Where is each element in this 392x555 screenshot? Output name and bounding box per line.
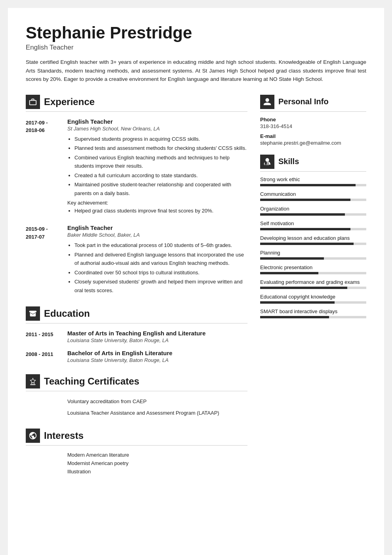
personal-info-header: Personal Info: [260, 95, 366, 109]
experience-title: Experience: [44, 96, 95, 107]
exp-bullet: Coordinated over 50 school trips to cult…: [74, 268, 247, 277]
exp-content-1: English Teacher St James High School, Ne…: [67, 118, 247, 216]
edu-degree-2: Bachelor of Arts in English Literature: [67, 350, 172, 356]
skill-bar-bg-2: [260, 213, 366, 216]
edu-school-2: Louisiana State University, Baton Rouge,…: [67, 357, 172, 363]
personal-info-section: Personal Info Phone 318-316-4514 E-mail …: [260, 95, 366, 146]
email-value: stephanie.prestri.ge@emailme.com: [260, 140, 366, 146]
skill-item-1: Communication: [260, 191, 366, 201]
exp-jobtitle-1: English Teacher: [67, 118, 247, 125]
personal-info-icon: [260, 95, 274, 109]
skills-title: Skills: [278, 157, 299, 166]
skill-bar-fill-5: [260, 257, 324, 260]
summary-text: State certified English teacher with 3+ …: [26, 58, 366, 84]
exp-bullet: Planned tests and assessment methods for…: [74, 144, 247, 152]
education-icon: [26, 306, 40, 321]
cert-spacer-1: [26, 398, 59, 406]
personal-info-divider: [260, 111, 366, 112]
skill-item-2: Organization: [260, 206, 366, 216]
exp-date-1: 2017-09 - 2018-06: [26, 118, 59, 216]
skill-bar-bg-0: [260, 184, 366, 186]
skill-bar-fill-9: [260, 316, 329, 318]
edu-entry-2: 2008 - 2011 Bachelor of Arts in English …: [26, 350, 247, 363]
exp-bullets-1: Supervised students progress in acquirin…: [67, 135, 247, 197]
skill-item-9: SMART board interactive displays: [260, 308, 366, 318]
skills-divider: [260, 171, 366, 172]
cert-text-1: Voluntary accreditation from CAEP: [67, 398, 147, 406]
exp-entry-1: 2017-09 - 2018-06 English Teacher St Jam…: [26, 118, 247, 216]
interest-spacer-2: [26, 460, 59, 466]
key-achievement-label-1: Key achievement:: [67, 200, 247, 206]
skills-section: Skills Strong work ethic Communication: [260, 155, 366, 318]
exp-company-1: St James High School, New Orleans, LA: [67, 126, 247, 132]
skill-item-6: Electronic presentation: [260, 264, 366, 274]
edu-entry-1: 2011 - 2015 Master of Arts in Teaching E…: [26, 330, 247, 343]
interests-icon: [26, 429, 40, 443]
candidate-name: Stephanie Prestridge: [26, 24, 366, 42]
skill-name-6: Electronic presentation: [260, 264, 366, 270]
interest-entry-1: Modern American literature: [26, 452, 247, 458]
edu-school-1: Louisiana State University, Baton Rouge,…: [67, 337, 206, 343]
education-section: Education 2011 - 2015 Master of Arts in …: [26, 306, 247, 363]
experience-section: Experience 2017-09 - 2018-06 English Tea…: [26, 95, 247, 295]
exp-bullet: Closely supervised students' growth and …: [74, 278, 247, 295]
candidate-title: English Teacher: [26, 44, 366, 52]
cert-spacer-2: [26, 409, 59, 417]
phone-value: 318-316-4514: [260, 123, 366, 129]
certificates-header: Teaching Certificates: [26, 374, 247, 388]
skill-item-5: Planning: [260, 250, 366, 260]
interests-section: Interests Modern American literature Mod…: [26, 429, 247, 475]
skill-bar-bg-9: [260, 316, 366, 318]
cert-entry-2: Louisiana Teacher Assistance and Assessm…: [26, 409, 247, 417]
skill-bar-fill-2: [260, 213, 345, 216]
interest-spacer-1: [26, 452, 59, 458]
skill-item-0: Strong work ethic: [260, 176, 366, 186]
skill-bar-fill-3: [260, 228, 350, 230]
exp-content-2: English Teacher Baker Middle School, Bak…: [67, 224, 247, 295]
exp-jobtitle-2: English Teacher: [67, 224, 247, 231]
education-header: Education: [26, 306, 247, 321]
certificates-title: Teaching Certificates: [44, 376, 139, 387]
exp-bullet: Created a full curriculum according to s…: [74, 171, 247, 180]
interest-text-3: Illustration: [67, 469, 91, 475]
skill-bar-fill-4: [260, 243, 354, 245]
skill-bar-fill-0: [260, 184, 356, 186]
edu-date-1: 2011 - 2015: [26, 330, 59, 343]
exp-bullets-2: Took part in the educational process of …: [67, 241, 247, 295]
interests-title: Interests: [44, 430, 84, 441]
experience-header: Experience: [26, 95, 247, 109]
skills-header: Skills: [260, 155, 366, 169]
exp-date-2: 2015-09 - 2017-07: [26, 224, 59, 295]
skill-name-5: Planning: [260, 250, 366, 256]
skill-bar-fill-7: [260, 287, 347, 289]
skill-name-1: Communication: [260, 191, 366, 197]
skill-bar-bg-4: [260, 243, 366, 245]
skill-bar-fill-6: [260, 272, 318, 274]
edu-content-1: Master of Arts in Teaching English and L…: [67, 330, 206, 343]
skill-bar-bg-8: [260, 301, 366, 304]
skill-bar-fill-1: [260, 199, 350, 201]
interests-divider: [26, 445, 247, 446]
edu-content-2: Bachelor of Arts in English Literature L…: [67, 350, 172, 363]
skill-name-8: Educational copyright knowledge: [260, 294, 366, 300]
edu-date-2: 2008 - 2011: [26, 350, 59, 363]
phone-label: Phone: [260, 117, 366, 122]
exp-company-2: Baker Middle School, Baker, LA: [67, 232, 247, 238]
skill-bar-bg-5: [260, 257, 366, 260]
certificates-divider: [26, 391, 247, 391]
exp-bullet: Took part in the educational process of …: [74, 241, 247, 249]
skill-name-2: Organization: [260, 206, 366, 212]
exp-bullet: Combined various English teaching method…: [74, 153, 247, 170]
skill-bar-fill-8: [260, 301, 335, 304]
skill-bar-bg-6: [260, 272, 366, 274]
skill-name-4: Developing lesson and education plans: [260, 235, 366, 241]
exp-bullet: Supervised students progress in acquirin…: [74, 135, 247, 143]
education-divider: [26, 323, 247, 323]
exp-entry-2: 2015-09 - 2017-07 English Teacher Baker …: [26, 224, 247, 295]
resume: Stephanie Prestridge English Teacher Sta…: [8, 8, 384, 555]
skill-item-8: Educational copyright knowledge: [260, 294, 366, 304]
certificates-icon: [26, 374, 40, 388]
experience-divider: [26, 111, 247, 112]
skill-item-4: Developing lesson and education plans: [260, 235, 366, 245]
interests-header: Interests: [26, 429, 247, 443]
